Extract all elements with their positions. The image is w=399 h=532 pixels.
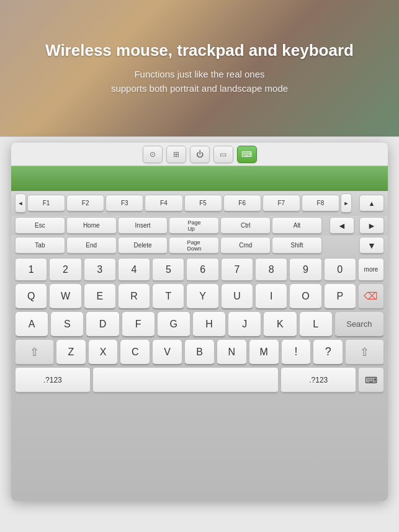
key-8[interactable]: 8 xyxy=(255,258,287,282)
key-i[interactable]: I xyxy=(255,283,287,309)
key-6[interactable]: 6 xyxy=(186,258,218,282)
shift-special-key[interactable]: Shift xyxy=(272,237,322,254)
nav-left-key[interactable]: ◄ xyxy=(330,217,354,234)
symbol-right-key[interactable]: .?123 xyxy=(280,367,356,393)
key-f[interactable]: F xyxy=(122,311,155,337)
key-t[interactable]: T xyxy=(152,283,184,309)
key-2[interactable]: 2 xyxy=(49,258,81,282)
f5-key[interactable]: F5 xyxy=(184,195,222,212)
home-key[interactable]: Home xyxy=(66,217,117,234)
fn-right-arrow-key[interactable]: ► xyxy=(341,193,352,213)
key-7[interactable]: 7 xyxy=(221,258,253,282)
keyboard-green-bg xyxy=(11,166,388,191)
fn-key-row: ◄ F1 F2 F3 F4 F5 F6 F7 F8 ► ▲ xyxy=(11,191,388,216)
pagedown-key[interactable]: PageDown xyxy=(169,237,219,254)
pageup-key[interactable]: PageUp xyxy=(169,217,219,234)
backspace-key[interactable]: ⌫ xyxy=(358,283,384,309)
key-1[interactable]: 1 xyxy=(15,258,47,282)
esc-key[interactable]: Esc xyxy=(15,217,65,234)
key-question[interactable]: ? xyxy=(313,339,343,365)
symbol-left-key[interactable]: .?123 xyxy=(15,367,91,393)
toolbar-grid-btn[interactable]: ⊞ xyxy=(166,146,186,163)
key-a[interactable]: A xyxy=(15,311,48,337)
cmd-key[interactable]: Cmd xyxy=(220,237,271,254)
key-u[interactable]: U xyxy=(221,283,253,309)
f4-key[interactable]: F4 xyxy=(145,195,182,212)
key-o[interactable]: O xyxy=(289,283,321,309)
key-b[interactable]: B xyxy=(184,339,215,365)
shift-right-key[interactable]: ⇧ xyxy=(345,339,384,365)
key-5[interactable]: 5 xyxy=(152,258,184,282)
f7-key[interactable]: F7 xyxy=(262,195,300,212)
fn-left-arrow-key[interactable]: ◄ xyxy=(15,193,26,213)
key-h[interactable]: H xyxy=(192,311,226,337)
tab-key[interactable]: Tab xyxy=(15,237,65,254)
insert-key[interactable]: Insert xyxy=(118,217,168,234)
key-9[interactable]: 9 xyxy=(289,258,321,282)
number-row: 1 2 3 4 5 6 7 8 9 0 more xyxy=(15,258,384,282)
key-z[interactable]: Z xyxy=(56,339,86,365)
asdf-row: A S D F G H J K L Search xyxy=(15,311,384,337)
f6-key[interactable]: F6 xyxy=(223,195,261,212)
zxcv-row: ⇧ Z X C V B N M ! ? ⇧ xyxy=(15,339,384,365)
qwerty-row: Q W E R T Y U I O P ⌫ xyxy=(15,283,384,309)
search-key[interactable]: Search xyxy=(334,311,384,337)
key-y[interactable]: Y xyxy=(186,283,218,309)
ctrl-key[interactable]: Ctrl xyxy=(220,217,271,234)
keyboard-container: ⊙ ⊞ ⏻ ▭ ⌨ ◄ F1 F2 F3 F4 F5 F6 F7 F8 ► ▲ … xyxy=(11,143,388,501)
key-x[interactable]: X xyxy=(88,339,119,365)
f8-key[interactable]: F8 xyxy=(302,195,339,212)
key-s[interactable]: S xyxy=(50,311,84,337)
arrow-up-key[interactable]: ▲ xyxy=(359,195,384,212)
key-c[interactable]: C xyxy=(120,339,150,365)
shift-left-key[interactable]: ⇧ xyxy=(15,339,54,365)
more-key[interactable]: more xyxy=(358,258,384,282)
nav-down-key[interactable]: ▼ xyxy=(359,237,384,254)
key-k[interactable]: K xyxy=(263,311,297,337)
key-j[interactable]: J xyxy=(228,311,261,337)
key-g[interactable]: G xyxy=(157,311,191,337)
key-v[interactable]: V xyxy=(152,339,182,365)
nav-right-key[interactable]: ► xyxy=(359,217,384,234)
toolbar-keyboard-btn[interactable]: ⌨ xyxy=(237,146,257,163)
f3-key[interactable]: F3 xyxy=(105,195,143,212)
keyboard-toolbar: ⊙ ⊞ ⏻ ▭ ⌨ xyxy=(11,143,388,166)
special-row-2: Tab End Delete PageDown Cmd Shift ▼ xyxy=(11,236,388,255)
key-e[interactable]: E xyxy=(84,283,116,309)
special-row-1: Esc Home Insert PageUp Ctrl Alt ◄ ► xyxy=(11,216,388,236)
key-n[interactable]: N xyxy=(217,339,247,365)
key-p[interactable]: P xyxy=(324,283,356,309)
main-keyboard: 1 2 3 4 5 6 7 8 9 0 more Q W E R T Y U I… xyxy=(11,255,388,501)
main-title: Wireless mouse, trackpad and keyboard xyxy=(45,41,354,60)
key-m[interactable]: M xyxy=(249,339,279,365)
key-exclaim[interactable]: ! xyxy=(281,339,312,365)
key-l[interactable]: L xyxy=(299,311,333,337)
key-3[interactable]: 3 xyxy=(84,258,116,282)
alt-key[interactable]: Alt xyxy=(272,217,322,234)
keyboard-hide-key[interactable]: ⌨ xyxy=(358,367,384,393)
sub-title: Functions just like the real onessupport… xyxy=(111,68,288,95)
f2-key[interactable]: F2 xyxy=(66,195,104,212)
key-w[interactable]: W xyxy=(49,283,81,309)
space-key[interactable] xyxy=(92,367,279,393)
header-area: Wireless mouse, trackpad and keyboard Fu… xyxy=(0,0,399,136)
toolbar-power-btn[interactable]: ⏻ xyxy=(190,146,210,163)
toolbar-mouse-btn[interactable]: ⊙ xyxy=(143,146,163,163)
bottom-row: .?123 .?123 ⌨ xyxy=(15,367,384,393)
f1-key[interactable]: F1 xyxy=(27,195,65,212)
key-r[interactable]: R xyxy=(118,283,150,309)
toolbar-monitor-btn[interactable]: ▭ xyxy=(213,146,233,163)
end-key[interactable]: End xyxy=(66,237,117,254)
key-0[interactable]: 0 xyxy=(324,258,356,282)
key-4[interactable]: 4 xyxy=(118,258,150,282)
key-d[interactable]: D xyxy=(86,311,119,337)
delete-key[interactable]: Delete xyxy=(118,237,168,254)
key-q[interactable]: Q xyxy=(15,283,47,309)
